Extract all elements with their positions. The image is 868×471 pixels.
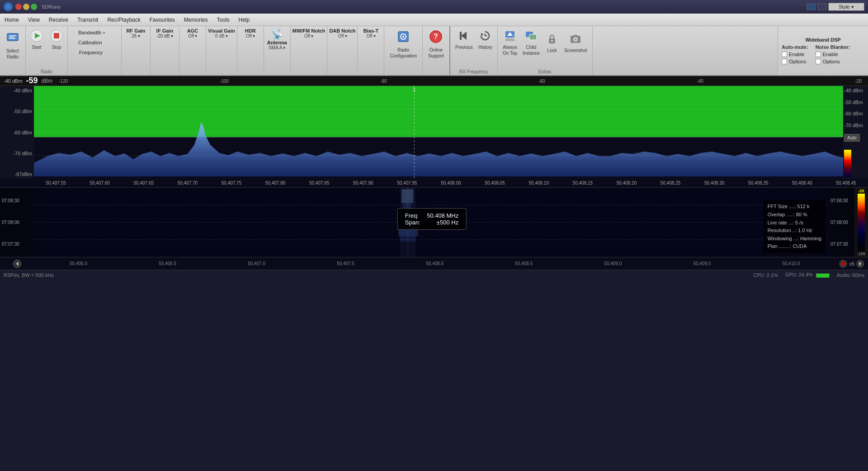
online-support-section: ? Online Support [423, 26, 450, 75]
freq-label-8: 50,407.95 [385, 181, 429, 186]
radio-config-sublabel: Configuration [390, 53, 416, 58]
previous-button[interactable]: Previous [453, 28, 475, 51]
rf-gain-value: 26 ▾ [132, 33, 140, 38]
freq-label-9: 50,408.00 [429, 181, 473, 186]
online-support-sublabel: Support [428, 53, 444, 58]
dab-notch-control[interactable]: DAB Notch Off ▾ [329, 28, 355, 38]
window-btn-1[interactable] [807, 4, 816, 10]
toolbar: Select Radio Start Stop Radio [0, 26, 868, 76]
always-on-top-button[interactable]: Always On Top [500, 28, 519, 57]
calibration-label: Calibration [78, 40, 102, 45]
bias-t-control[interactable]: Bias-T Off ▾ [359, 28, 382, 38]
bottom-freq-8: 50,410.0 [746, 261, 835, 266]
frequency-label: Frequency [79, 50, 103, 55]
style-button[interactable]: Style ▾ [828, 3, 864, 11]
radio-config-label: Radio [397, 48, 409, 52]
waterfall-time-1: 07:08:00 [2, 220, 32, 225]
freq-label-14: 50,408.25 [649, 181, 693, 186]
title-text: SDRuno [42, 4, 804, 10]
agc-control[interactable]: AGC Off ▾ [181, 28, 204, 38]
svg-point-27 [574, 38, 577, 41]
menu-view[interactable]: View [24, 14, 44, 26]
child-instance-button[interactable]: Child Instance [520, 28, 542, 57]
freq-label-1: 50,407.60 [78, 181, 122, 186]
stop-icon [50, 29, 63, 44]
calibration-button[interactable]: ✦ Calibration [70, 38, 119, 47]
select-icon [5, 30, 20, 48]
select-button[interactable]: Select Radio [2, 28, 24, 61]
bottom-freq-7: 50,409.5 [657, 261, 746, 266]
online-support-label: Online [429, 48, 443, 52]
visual-gain-control[interactable]: Visual Gain 0 dB ▾ [208, 28, 235, 38]
bandwidth-button[interactable]: ≋ Bandwidth ▾ [70, 28, 119, 37]
bottom-nav-controls[interactable]: x5 [835, 260, 868, 268]
rf-gain-control[interactable]: RF Gain 26 ▾ [123, 28, 148, 38]
window-controls[interactable] [15, 4, 37, 10]
menu-tools[interactable]: Tools [212, 14, 234, 26]
always-on-top-label: Always [503, 45, 517, 50]
info-overlay: FFT Size ....: 512 k Overlap .....: 80 %… [763, 200, 826, 253]
menubar: Home View Receive Transmit Rec/Playback … [0, 14, 868, 26]
spectrum-area: -40 dBm -50 dBm -60 dBm -70 dBm -87dBm 1 [0, 86, 868, 179]
screenshot-button[interactable]: Screenshot [562, 31, 590, 54]
maximize-button[interactable] [31, 4, 37, 10]
auto-button[interactable]: Auto [844, 134, 860, 142]
dbm-value: -59 [26, 76, 38, 86]
close-button[interactable] [15, 4, 22, 10]
mwfm-notch-label: MW/FM Notch [292, 28, 326, 33]
visual-gain-value: 0 dB ▾ [215, 33, 228, 38]
hdr-control[interactable]: HDR Off ▾ [239, 28, 262, 38]
wideband-dsp-title: Wideband DSP [782, 37, 864, 43]
radio-config-button[interactable]: Radio Configuration [386, 28, 420, 60]
nb-options-option[interactable]: Options [816, 59, 850, 64]
mwfm-notch-control[interactable]: MW/FM Notch Off ▾ [292, 28, 326, 38]
minimize-button[interactable] [23, 4, 29, 10]
online-support-button[interactable]: ? Online Support [425, 28, 448, 60]
stop-button[interactable]: Stop [47, 28, 66, 51]
bias-t-section: Bias-T Off ▾ [358, 26, 384, 75]
menu-recplayback[interactable]: Rec/Playback [103, 14, 145, 26]
history-button[interactable]: History [476, 28, 495, 51]
lock-icon [546, 33, 558, 47]
menu-transmit[interactable]: Transmit [73, 14, 103, 26]
menu-memories[interactable]: Memories [179, 14, 212, 26]
freq-label-3: 50,407.70 [165, 181, 209, 186]
spectrum-left-labels: -40 dBm -50 dBm -60 dBm -70 dBm -87dBm [0, 86, 34, 179]
freq-label-18: 50,408.45 [824, 181, 868, 186]
status-right: CPU: 2.1% GPU: 24.4% Audio: 60ms [753, 272, 864, 277]
antenna-icon: 📡 [271, 28, 283, 40]
agc-section: AGC Off ▾ [179, 26, 206, 75]
automute-options-label: Options [789, 59, 806, 64]
automute-enable-checkbox[interactable] [782, 52, 787, 57]
bottom-nav-left[interactable] [0, 259, 34, 268]
nb-enable-checkbox[interactable] [816, 52, 821, 57]
waterfall-canvas[interactable]: Freq: 50.408 MHz Span: ±500 Hz FFT Size … [34, 188, 830, 257]
frequency-button[interactable]: 〰 Frequency [70, 48, 119, 57]
nb-options-checkbox[interactable] [816, 59, 821, 64]
automute-enable-option[interactable]: Enable [782, 52, 808, 57]
svg-rect-45 [398, 226, 418, 236]
lock-button[interactable]: Lock [543, 31, 561, 54]
menu-receive[interactable]: Receive [44, 14, 73, 26]
nb-enable-label: Enable [823, 52, 838, 57]
menu-home[interactable]: Home [0, 14, 24, 26]
svg-rect-22 [529, 34, 537, 40]
menu-help[interactable]: Help [234, 14, 255, 26]
spectrum-label-1: -50 dBm [2, 109, 32, 114]
waterfall-left-labels: 07:08:30 07:08:00 07:07:30 [0, 188, 34, 257]
start-button[interactable]: Start [28, 28, 46, 51]
if-gain-control[interactable]: IF Gain -20 dB ▾ [152, 28, 177, 38]
spectrum-right-label-1: -50 dBm [844, 100, 863, 105]
nb-enable-option[interactable]: Enable [816, 52, 850, 57]
titlebar: SDRuno Style ▾ [0, 0, 868, 14]
spectrum-canvas[interactable]: 1 [34, 86, 843, 179]
svg-rect-43 [401, 189, 413, 203]
automute-options-option[interactable]: Options [782, 59, 808, 64]
menu-favourites[interactable]: Favourites [145, 14, 179, 26]
svg-text:?: ? [434, 33, 439, 40]
antenna-control[interactable]: 📡 Antenna SMA A ▾ [266, 28, 288, 50]
waterfall-svg [34, 188, 830, 257]
automute-options-checkbox[interactable] [782, 59, 787, 64]
window-btn-2[interactable] [817, 4, 826, 10]
spectrum-right-label-3: -70 dBm [844, 123, 863, 128]
